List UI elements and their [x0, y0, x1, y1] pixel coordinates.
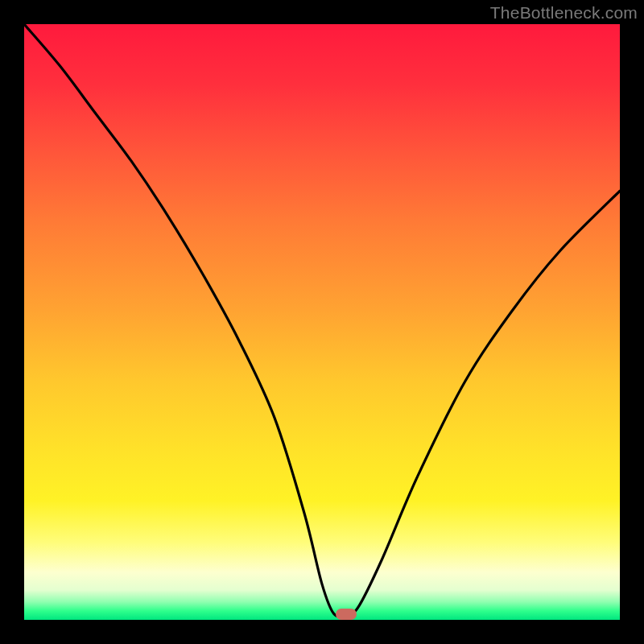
- bottleneck-marker: [336, 609, 357, 620]
- bottleneck-curve: [24, 24, 620, 617]
- chart-frame: TheBottleneck.com: [0, 0, 644, 644]
- watermark-text: TheBottleneck.com: [490, 3, 638, 23]
- plot-area: [24, 24, 620, 620]
- curve-svg: [24, 24, 620, 620]
